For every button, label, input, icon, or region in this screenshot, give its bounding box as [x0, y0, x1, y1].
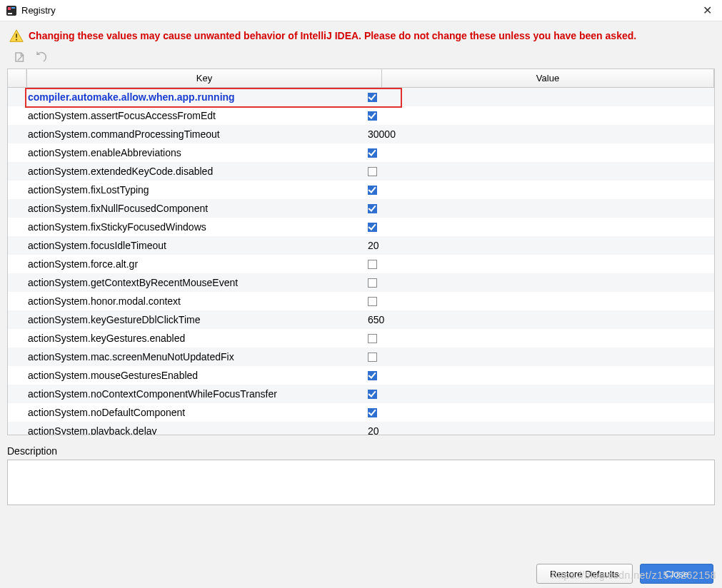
svg-rect-3	[8, 13, 12, 14]
registry-value[interactable]	[365, 297, 714, 306]
registry-key: compiler.automake.allow.when.app.running	[26, 91, 365, 103]
checkbox[interactable]	[368, 148, 377, 158]
registry-key: actionSystem.enableAbbreviations	[26, 147, 365, 158]
registry-key: actionSystem.keyGestures.enabled	[26, 333, 365, 344]
registry-key: actionSystem.focusIdleTimeout	[26, 240, 365, 251]
table-row[interactable]: actionSystem.force.alt.gr	[8, 255, 714, 273]
registry-value[interactable]	[365, 334, 714, 343]
table-row[interactable]: actionSystem.noDefaultComponent	[8, 403, 714, 422]
checkbox[interactable]	[368, 204, 377, 213]
description-label: Description	[7, 445, 715, 457]
value-text: 30000	[368, 128, 396, 140]
registry-value[interactable]	[365, 353, 714, 362]
warning-icon	[9, 29, 23, 43]
checkbox[interactable]	[368, 223, 377, 232]
table-row[interactable]: actionSystem.playback.delay20	[8, 422, 714, 435]
registry-key: actionSystem.fixStickyFocusedWindows	[26, 221, 365, 233]
registry-value[interactable]: 20	[365, 240, 714, 251]
close-button[interactable]: ✕	[698, 2, 716, 19]
svg-rect-5	[16, 39, 17, 41]
checkbox[interactable]	[368, 278, 377, 288]
table-row[interactable]: actionSystem.fixNullFocusedComponent	[8, 199, 714, 218]
registry-key: actionSystem.noContextComponentWhileFocu…	[26, 388, 365, 400]
table-header: Key Value	[8, 69, 714, 88]
svg-rect-2	[11, 7, 15, 9]
column-value[interactable]: Value	[382, 69, 714, 87]
table-row[interactable]: actionSystem.mouseGesturesEnabled	[8, 366, 714, 385]
table-row[interactable]: actionSystem.getContextByRecentMouseEven…	[8, 273, 714, 292]
column-key[interactable]: Key	[26, 69, 382, 87]
registry-value[interactable]	[365, 278, 714, 288]
registry-value[interactable]	[365, 371, 714, 380]
registry-value[interactable]	[365, 167, 714, 176]
registry-key: actionSystem.getContextByRecentMouseEven…	[26, 277, 365, 288]
checkbox[interactable]	[368, 297, 377, 306]
table-row[interactable]: actionSystem.fixStickyFocusedWindows	[8, 218, 714, 236]
registry-value[interactable]: 30000	[365, 128, 714, 140]
registry-value[interactable]	[365, 93, 714, 102]
edit-icon[interactable]	[13, 50, 27, 64]
warning-text: Changing these values may cause unwanted…	[29, 30, 636, 41]
registry-key: actionSystem.extendedKeyCode.disabled	[26, 166, 365, 177]
checkbox[interactable]	[368, 334, 377, 343]
checkbox[interactable]	[368, 371, 377, 380]
checkbox[interactable]	[368, 186, 377, 195]
restore-defaults-button[interactable]: Restore Defaults	[536, 564, 633, 584]
registry-key: actionSystem.keyGestureDblClickTime	[26, 314, 365, 325]
registry-value[interactable]	[365, 223, 714, 232]
registry-value[interactable]: 650	[365, 314, 714, 325]
dialog-footer: Restore Defaults Close	[536, 564, 713, 584]
registry-key: actionSystem.noDefaultComponent	[26, 407, 365, 418]
warning-bar: Changing these values may cause unwanted…	[0, 21, 722, 47]
registry-key: actionSystem.fixNullFocusedComponent	[26, 203, 365, 214]
table-row[interactable]: actionSystem.keyGestures.enabled	[8, 329, 714, 348]
close-dialog-button[interactable]: Close	[640, 564, 713, 584]
checkbox[interactable]	[368, 167, 377, 176]
table-row[interactable]: actionSystem.assertFocusAccessFromEdt	[8, 106, 714, 125]
value-text: 650	[368, 314, 384, 325]
table-row[interactable]: actionSystem.focusIdleTimeout20	[8, 236, 714, 255]
registry-value[interactable]	[365, 204, 714, 213]
checkbox[interactable]	[368, 260, 377, 269]
registry-key: actionSystem.assertFocusAccessFromEdt	[26, 110, 365, 121]
table-body: compiler.automake.allow.when.app.running…	[8, 88, 714, 435]
registry-key: actionSystem.honor.modal.context	[26, 295, 365, 307]
table-row[interactable]: actionSystem.mac.screenMenuNotUpdatedFix	[8, 348, 714, 366]
registry-value[interactable]	[365, 148, 714, 158]
app-icon	[6, 5, 17, 16]
checkbox[interactable]	[368, 390, 377, 399]
svg-rect-4	[16, 34, 17, 38]
table-row[interactable]: actionSystem.fixLostTyping	[8, 181, 714, 199]
svg-rect-1	[8, 7, 11, 10]
checkbox[interactable]	[368, 111, 377, 121]
table-row[interactable]: actionSystem.honor.modal.context	[8, 292, 714, 310]
window-title: Registry	[21, 5, 56, 16]
table-row[interactable]: actionSystem.extendedKeyCode.disabled	[8, 162, 714, 181]
registry-key: actionSystem.commandProcessingTimeout	[26, 128, 365, 140]
table-row[interactable]: actionSystem.commandProcessingTimeout300…	[8, 125, 714, 143]
value-text: 20	[368, 425, 379, 435]
registry-table: Key Value compiler.automake.allow.when.a…	[7, 69, 715, 435]
registry-key: actionSystem.playback.delay	[26, 425, 365, 435]
registry-key: actionSystem.mouseGesturesEnabled	[26, 370, 365, 381]
checkbox[interactable]	[368, 93, 377, 102]
registry-key: actionSystem.fixLostTyping	[26, 184, 365, 196]
checkbox[interactable]	[368, 353, 377, 362]
table-row[interactable]: actionSystem.keyGestureDblClickTime650	[8, 310, 714, 329]
registry-value[interactable]	[365, 186, 714, 195]
registry-value[interactable]	[365, 111, 714, 121]
titlebar: Registry ✕	[0, 0, 722, 21]
registry-value[interactable]	[365, 390, 714, 399]
registry-value[interactable]	[365, 408, 714, 417]
table-row[interactable]: actionSystem.noContextComponentWhileFocu…	[8, 385, 714, 403]
toolbar	[0, 47, 722, 69]
revert-icon[interactable]	[34, 50, 49, 64]
table-row[interactable]: actionSystem.enableAbbreviations	[8, 143, 714, 162]
checkbox[interactable]	[368, 408, 377, 417]
value-text: 20	[368, 240, 379, 251]
registry-value[interactable]: 20	[365, 425, 714, 435]
registry-key: actionSystem.mac.screenMenuNotUpdatedFix	[26, 351, 365, 363]
description-box	[7, 460, 715, 505]
table-row[interactable]: compiler.automake.allow.when.app.running	[8, 88, 714, 106]
registry-value[interactable]	[365, 260, 714, 269]
